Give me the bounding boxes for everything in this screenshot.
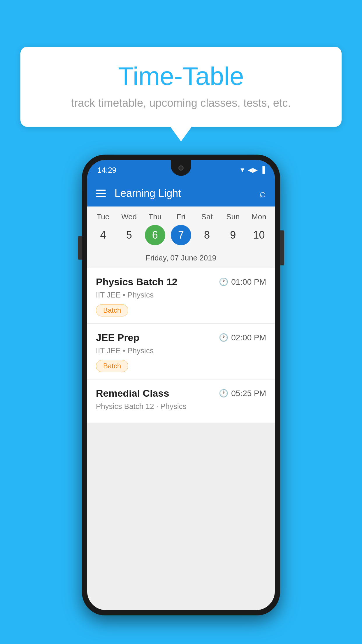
bubble-subtitle: track timetable, upcoming classes, tests… [38, 97, 324, 109]
schedule-time-0: 🕐 01:00 PM [219, 277, 266, 287]
clock-icon: 🕐 [219, 333, 228, 342]
schedule-meta-2: Physics Batch 12 · Physics [96, 402, 266, 411]
status-bar: 14:29 ▼ ◀▶ ▐ [87, 160, 275, 180]
calendar-strip: TueWedThuFriSatSunMon 45678910 Friday, 0… [87, 206, 275, 268]
phone-mockup: 14:29 ▼ ◀▶ ▐ Learning Light ⌕ [82, 155, 280, 615]
schedule-meta-0: IIT JEE • Physics [96, 290, 266, 300]
day-header-tue: Tue [90, 212, 116, 221]
schedule-item-0[interactable]: Physics Batch 12🕐 01:00 PMIIT JEE • Phys… [87, 268, 275, 324]
schedule-item-2[interactable]: Remedial Class🕐 05:25 PMPhysics Batch 12… [87, 379, 275, 423]
schedule-name-0: Physics Batch 12 [96, 276, 178, 288]
app-title: Learning Light [115, 187, 251, 200]
bubble-title: Time-Table [38, 61, 324, 91]
day-header-sun: Sun [220, 212, 246, 221]
schedule-time-1: 🕐 02:00 PM [219, 333, 266, 342]
day-number-8[interactable]: 8 [197, 225, 217, 245]
search-icon[interactable]: ⌕ [259, 187, 266, 200]
schedule-time-2: 🕐 05:25 PM [219, 389, 266, 398]
day-number-4[interactable]: 4 [93, 225, 113, 245]
day-header-sat: Sat [194, 212, 220, 221]
schedule-name-2: Remedial Class [96, 388, 169, 399]
day-header-thu: Thu [142, 212, 168, 221]
schedule-list: Physics Batch 12🕐 01:00 PMIIT JEE • Phys… [87, 268, 275, 423]
schedule-item-header-2: Remedial Class🕐 05:25 PM [96, 388, 266, 399]
phone-screen: 14:29 ▼ ◀▶ ▐ Learning Light ⌕ [87, 160, 275, 610]
day-number-6[interactable]: 6 [145, 225, 165, 245]
schedule-meta-1: IIT JEE • Physics [96, 346, 266, 355]
batch-badge-0: Batch [96, 304, 128, 316]
day-number-5[interactable]: 5 [119, 225, 139, 245]
day-number-10[interactable]: 10 [249, 225, 269, 245]
app-bar: Learning Light ⌕ [87, 180, 275, 206]
camera [178, 165, 184, 171]
phone-outer: 14:29 ▼ ◀▶ ▐ Learning Light ⌕ [82, 155, 280, 615]
status-time: 14:29 [97, 166, 116, 175]
schedule-name-1: JEE Prep [96, 332, 139, 343]
schedule-item-header-0: Physics Batch 12🕐 01:00 PM [96, 276, 266, 288]
selected-date-label: Friday, 07 June 2019 [90, 250, 272, 268]
day-header-mon: Mon [246, 212, 272, 221]
clock-icon: 🕐 [219, 389, 228, 398]
notch [171, 160, 191, 176]
day-number-7[interactable]: 7 [171, 225, 191, 245]
schedule-item-1[interactable]: JEE Prep🕐 02:00 PMIIT JEE • PhysicsBatch [87, 324, 275, 379]
battery-icon: ▐ [260, 166, 265, 174]
status-icons: ▼ ◀▶ ▐ [239, 166, 265, 174]
schedule-item-header-1: JEE Prep🕐 02:00 PM [96, 332, 266, 343]
signal-icon: ◀▶ [248, 166, 258, 174]
batch-badge-1: Batch [96, 360, 128, 372]
day-headers: TueWedThuFriSatSunMon [90, 212, 272, 221]
day-number-9[interactable]: 9 [223, 225, 243, 245]
day-numbers: 45678910 [90, 225, 272, 250]
wifi-icon: ▼ [239, 166, 246, 174]
day-header-wed: Wed [116, 212, 142, 221]
clock-icon: 🕐 [219, 277, 228, 286]
speech-bubble: Time-Table track timetable, upcoming cla… [20, 47, 342, 127]
day-header-fri: Fri [168, 212, 194, 221]
hamburger-menu[interactable] [96, 190, 106, 197]
